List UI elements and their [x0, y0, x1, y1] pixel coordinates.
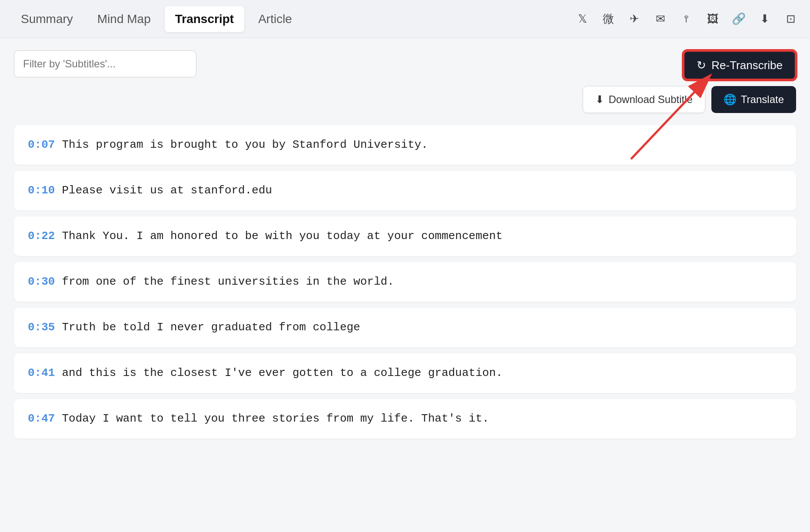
retranscribe-label: Re-Transcribe [711, 59, 783, 72]
transcript-item: 0:07This program is brought to you by St… [14, 125, 796, 165]
transcript-item: 0:22Thank You. I am honored to be with y… [14, 216, 796, 256]
share-icon[interactable]: ⫯ [678, 10, 695, 28]
transcript-list: 0:07This program is brought to you by St… [14, 125, 796, 439]
translate-label: Translate [741, 93, 784, 106]
download-icon[interactable]: ⬇ [756, 10, 773, 28]
email-icon[interactable]: ✉ [652, 10, 669, 28]
filter-input[interactable] [14, 50, 196, 77]
copy-icon[interactable]: ⊡ [782, 10, 800, 28]
tab-transcript[interactable]: Transcript [165, 6, 244, 32]
tab-summary[interactable]: Summary [10, 6, 83, 32]
weibo-icon[interactable]: 微 [600, 10, 617, 28]
transcript-text: Truth be told I never graduated from col… [62, 319, 360, 336]
transcript-item: 0:47Today I want to tell you three stori… [14, 399, 796, 439]
transcript-text: Please visit us at stanford.edu [62, 182, 272, 199]
timestamp: 0:22 [28, 228, 55, 245]
transcript-item: 0:30from one of the finest universities … [14, 262, 796, 302]
bottom-actions: ⬇ Download Subtitle 🌐 Translate [583, 86, 796, 113]
translate-button[interactable]: 🌐 Translate [711, 86, 796, 113]
download-subtitle-label: Download Subtitle [608, 93, 692, 106]
timestamp: 0:10 [28, 182, 55, 199]
timestamp: 0:41 [28, 365, 55, 382]
action-row: ↻ Re-Transcribe ⬇ Download Subtitle 🌐 Tr… [14, 50, 796, 113]
tabs-container: SummaryMind MapTranscriptArticle [10, 0, 302, 38]
icon-toolbar: 𝕏微✈✉⫯🖼🔗⬇⊡ [574, 10, 800, 28]
transcript-text: Today I want to tell you three stories f… [62, 410, 489, 427]
download-sub-icon: ⬇ [595, 93, 604, 106]
timestamp: 0:47 [28, 410, 55, 427]
retranscribe-button[interactable]: ↻ Re-Transcribe [683, 50, 796, 80]
action-buttons: ↻ Re-Transcribe ⬇ Download Subtitle 🌐 Tr… [583, 50, 796, 113]
tab-mindmap[interactable]: Mind Map [87, 6, 161, 32]
refresh-icon: ↻ [697, 59, 706, 72]
tab-article[interactable]: Article [248, 6, 302, 32]
transcript-text: and this is the closest I've ever gotten… [62, 365, 502, 382]
tab-bar: SummaryMind MapTranscriptArticle 𝕏微✈✉⫯🖼🔗… [0, 0, 810, 38]
timestamp: 0:07 [28, 136, 55, 153]
transcript-item: 0:41and this is the closest I've ever go… [14, 353, 796, 393]
link-icon[interactable]: 🔗 [730, 10, 747, 28]
send-icon[interactable]: ✈ [626, 10, 643, 28]
timestamp: 0:35 [28, 319, 55, 336]
transcript-item: 0:10Please visit us at stanford.edu [14, 171, 796, 210]
transcript-text: from one of the finest universities in t… [62, 273, 394, 290]
transcript-item: 0:35Truth be told I never graduated from… [14, 308, 796, 347]
transcript-text: This program is brought to you by Stanfo… [62, 136, 428, 153]
globe-icon: 🌐 [724, 93, 737, 106]
image-icon[interactable]: 🖼 [704, 10, 721, 28]
download-subtitle-button[interactable]: ⬇ Download Subtitle [583, 86, 705, 113]
timestamp: 0:30 [28, 273, 55, 290]
twitter-icon[interactable]: 𝕏 [574, 10, 591, 28]
transcript-text: Thank You. I am honored to be with you t… [62, 228, 502, 245]
main-content: ↻ Re-Transcribe ⬇ Download Subtitle 🌐 Tr… [0, 38, 810, 532]
